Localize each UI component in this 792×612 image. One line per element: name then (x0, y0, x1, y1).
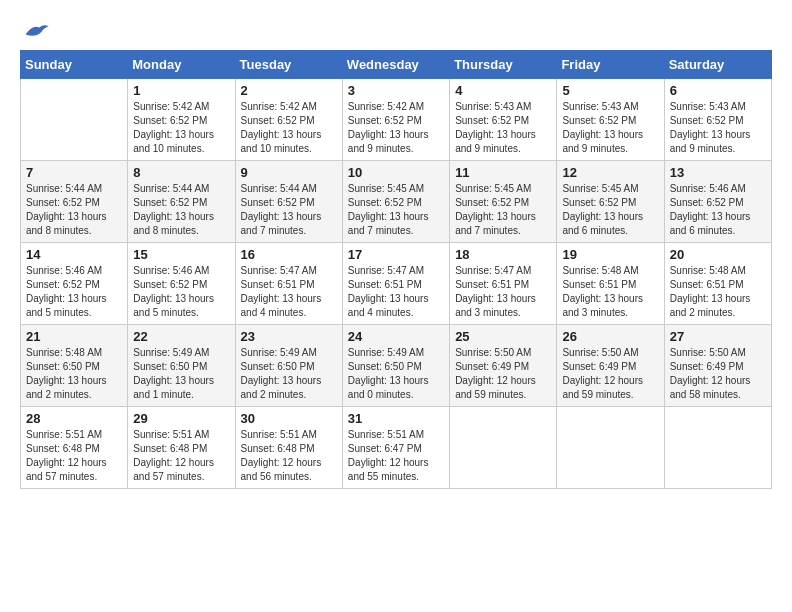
week-row-4: 21Sunrise: 5:48 AM Sunset: 6:50 PM Dayli… (21, 325, 772, 407)
header-cell-tuesday: Tuesday (235, 51, 342, 79)
day-cell: 8Sunrise: 5:44 AM Sunset: 6:52 PM Daylig… (128, 161, 235, 243)
day-info: Sunrise: 5:44 AM Sunset: 6:52 PM Dayligh… (26, 182, 122, 238)
day-number: 21 (26, 329, 122, 344)
day-info: Sunrise: 5:50 AM Sunset: 6:49 PM Dayligh… (670, 346, 766, 402)
day-number: 1 (133, 83, 229, 98)
day-info: Sunrise: 5:51 AM Sunset: 6:48 PM Dayligh… (241, 428, 337, 484)
day-info: Sunrise: 5:51 AM Sunset: 6:47 PM Dayligh… (348, 428, 444, 484)
day-cell: 22Sunrise: 5:49 AM Sunset: 6:50 PM Dayli… (128, 325, 235, 407)
day-number: 18 (455, 247, 551, 262)
day-info: Sunrise: 5:44 AM Sunset: 6:52 PM Dayligh… (133, 182, 229, 238)
day-info: Sunrise: 5:42 AM Sunset: 6:52 PM Dayligh… (133, 100, 229, 156)
day-info: Sunrise: 5:51 AM Sunset: 6:48 PM Dayligh… (26, 428, 122, 484)
day-info: Sunrise: 5:42 AM Sunset: 6:52 PM Dayligh… (348, 100, 444, 156)
day-number: 31 (348, 411, 444, 426)
day-info: Sunrise: 5:47 AM Sunset: 6:51 PM Dayligh… (455, 264, 551, 320)
day-info: Sunrise: 5:44 AM Sunset: 6:52 PM Dayligh… (241, 182, 337, 238)
day-number: 19 (562, 247, 658, 262)
day-cell: 17Sunrise: 5:47 AM Sunset: 6:51 PM Dayli… (342, 243, 449, 325)
day-cell: 6Sunrise: 5:43 AM Sunset: 6:52 PM Daylig… (664, 79, 771, 161)
day-cell: 15Sunrise: 5:46 AM Sunset: 6:52 PM Dayli… (128, 243, 235, 325)
day-number: 6 (670, 83, 766, 98)
day-info: Sunrise: 5:43 AM Sunset: 6:52 PM Dayligh… (562, 100, 658, 156)
day-cell: 21Sunrise: 5:48 AM Sunset: 6:50 PM Dayli… (21, 325, 128, 407)
day-number: 17 (348, 247, 444, 262)
day-number: 9 (241, 165, 337, 180)
header-cell-saturday: Saturday (664, 51, 771, 79)
day-cell: 7Sunrise: 5:44 AM Sunset: 6:52 PM Daylig… (21, 161, 128, 243)
day-cell: 27Sunrise: 5:50 AM Sunset: 6:49 PM Dayli… (664, 325, 771, 407)
page-header (20, 20, 772, 40)
day-cell: 1Sunrise: 5:42 AM Sunset: 6:52 PM Daylig… (128, 79, 235, 161)
day-info: Sunrise: 5:47 AM Sunset: 6:51 PM Dayligh… (348, 264, 444, 320)
header-cell-wednesday: Wednesday (342, 51, 449, 79)
day-info: Sunrise: 5:45 AM Sunset: 6:52 PM Dayligh… (348, 182, 444, 238)
week-row-3: 14Sunrise: 5:46 AM Sunset: 6:52 PM Dayli… (21, 243, 772, 325)
day-cell: 26Sunrise: 5:50 AM Sunset: 6:49 PM Dayli… (557, 325, 664, 407)
day-number: 8 (133, 165, 229, 180)
day-number: 11 (455, 165, 551, 180)
day-info: Sunrise: 5:43 AM Sunset: 6:52 PM Dayligh… (670, 100, 766, 156)
calendar-body: 1Sunrise: 5:42 AM Sunset: 6:52 PM Daylig… (21, 79, 772, 489)
day-cell: 11Sunrise: 5:45 AM Sunset: 6:52 PM Dayli… (450, 161, 557, 243)
day-cell: 9Sunrise: 5:44 AM Sunset: 6:52 PM Daylig… (235, 161, 342, 243)
day-number: 16 (241, 247, 337, 262)
day-cell: 3Sunrise: 5:42 AM Sunset: 6:52 PM Daylig… (342, 79, 449, 161)
day-info: Sunrise: 5:49 AM Sunset: 6:50 PM Dayligh… (133, 346, 229, 402)
logo (20, 20, 50, 40)
day-cell (664, 407, 771, 489)
day-cell: 23Sunrise: 5:49 AM Sunset: 6:50 PM Dayli… (235, 325, 342, 407)
day-number: 10 (348, 165, 444, 180)
day-info: Sunrise: 5:48 AM Sunset: 6:51 PM Dayligh… (562, 264, 658, 320)
week-row-2: 7Sunrise: 5:44 AM Sunset: 6:52 PM Daylig… (21, 161, 772, 243)
calendar-table: SundayMondayTuesdayWednesdayThursdayFrid… (20, 50, 772, 489)
day-cell: 5Sunrise: 5:43 AM Sunset: 6:52 PM Daylig… (557, 79, 664, 161)
day-cell: 19Sunrise: 5:48 AM Sunset: 6:51 PM Dayli… (557, 243, 664, 325)
day-number: 26 (562, 329, 658, 344)
week-row-1: 1Sunrise: 5:42 AM Sunset: 6:52 PM Daylig… (21, 79, 772, 161)
day-cell: 30Sunrise: 5:51 AM Sunset: 6:48 PM Dayli… (235, 407, 342, 489)
day-number: 20 (670, 247, 766, 262)
day-cell: 25Sunrise: 5:50 AM Sunset: 6:49 PM Dayli… (450, 325, 557, 407)
day-info: Sunrise: 5:46 AM Sunset: 6:52 PM Dayligh… (670, 182, 766, 238)
day-cell: 18Sunrise: 5:47 AM Sunset: 6:51 PM Dayli… (450, 243, 557, 325)
day-number: 29 (133, 411, 229, 426)
day-cell: 10Sunrise: 5:45 AM Sunset: 6:52 PM Dayli… (342, 161, 449, 243)
day-number: 7 (26, 165, 122, 180)
day-cell (21, 79, 128, 161)
header-cell-thursday: Thursday (450, 51, 557, 79)
day-number: 14 (26, 247, 122, 262)
day-info: Sunrise: 5:45 AM Sunset: 6:52 PM Dayligh… (455, 182, 551, 238)
day-number: 27 (670, 329, 766, 344)
header-cell-monday: Monday (128, 51, 235, 79)
day-number: 12 (562, 165, 658, 180)
day-number: 24 (348, 329, 444, 344)
day-info: Sunrise: 5:47 AM Sunset: 6:51 PM Dayligh… (241, 264, 337, 320)
day-cell: 12Sunrise: 5:45 AM Sunset: 6:52 PM Dayli… (557, 161, 664, 243)
day-cell: 16Sunrise: 5:47 AM Sunset: 6:51 PM Dayli… (235, 243, 342, 325)
day-number: 13 (670, 165, 766, 180)
day-number: 22 (133, 329, 229, 344)
day-number: 3 (348, 83, 444, 98)
calendar-header-row: SundayMondayTuesdayWednesdayThursdayFrid… (21, 51, 772, 79)
day-cell: 20Sunrise: 5:48 AM Sunset: 6:51 PM Dayli… (664, 243, 771, 325)
header-cell-sunday: Sunday (21, 51, 128, 79)
day-number: 4 (455, 83, 551, 98)
day-cell (557, 407, 664, 489)
day-info: Sunrise: 5:43 AM Sunset: 6:52 PM Dayligh… (455, 100, 551, 156)
day-cell: 4Sunrise: 5:43 AM Sunset: 6:52 PM Daylig… (450, 79, 557, 161)
header-cell-friday: Friday (557, 51, 664, 79)
day-info: Sunrise: 5:46 AM Sunset: 6:52 PM Dayligh… (26, 264, 122, 320)
day-cell: 13Sunrise: 5:46 AM Sunset: 6:52 PM Dayli… (664, 161, 771, 243)
day-info: Sunrise: 5:46 AM Sunset: 6:52 PM Dayligh… (133, 264, 229, 320)
day-cell: 28Sunrise: 5:51 AM Sunset: 6:48 PM Dayli… (21, 407, 128, 489)
day-info: Sunrise: 5:50 AM Sunset: 6:49 PM Dayligh… (562, 346, 658, 402)
day-cell: 29Sunrise: 5:51 AM Sunset: 6:48 PM Dayli… (128, 407, 235, 489)
day-number: 2 (241, 83, 337, 98)
day-info: Sunrise: 5:48 AM Sunset: 6:51 PM Dayligh… (670, 264, 766, 320)
day-cell: 2Sunrise: 5:42 AM Sunset: 6:52 PM Daylig… (235, 79, 342, 161)
day-cell: 24Sunrise: 5:49 AM Sunset: 6:50 PM Dayli… (342, 325, 449, 407)
week-row-5: 28Sunrise: 5:51 AM Sunset: 6:48 PM Dayli… (21, 407, 772, 489)
day-number: 28 (26, 411, 122, 426)
day-info: Sunrise: 5:45 AM Sunset: 6:52 PM Dayligh… (562, 182, 658, 238)
